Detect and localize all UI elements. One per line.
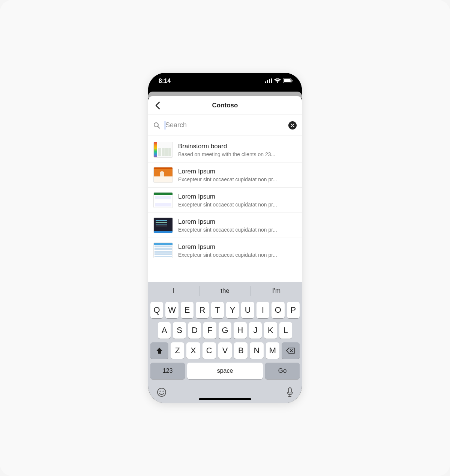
backspace-icon bbox=[286, 347, 295, 354]
suggestion-bar: I the I'm bbox=[148, 282, 302, 300]
key-v[interactable]: V bbox=[218, 342, 232, 359]
svg-rect-3 bbox=[271, 78, 272, 83]
signal-icon bbox=[265, 78, 272, 84]
key-u[interactable]: U bbox=[241, 302, 254, 318]
numeric-key[interactable]: 123 bbox=[150, 363, 185, 379]
list-item-subtitle: Excepteur sint occaecat cupidatat non pr… bbox=[178, 176, 297, 182]
key-q[interactable]: Q bbox=[150, 302, 163, 318]
svg-point-11 bbox=[162, 390, 164, 392]
key-f[interactable]: F bbox=[203, 322, 216, 339]
svg-line-8 bbox=[158, 127, 160, 128]
svg-rect-5 bbox=[284, 79, 291, 82]
svg-rect-0 bbox=[265, 81, 266, 83]
thumbnail bbox=[153, 142, 173, 158]
key-r[interactable]: R bbox=[196, 302, 208, 318]
svg-rect-6 bbox=[292, 80, 292, 81]
key-e[interactable]: E bbox=[181, 302, 194, 318]
app-body: Contoso Brainstorm board Based on me bbox=[148, 96, 302, 282]
key-l[interactable]: L bbox=[279, 322, 292, 339]
key-m[interactable]: M bbox=[266, 342, 279, 359]
backspace-key[interactable] bbox=[282, 342, 300, 359]
status-time: 8:14 bbox=[159, 78, 171, 84]
emoji-button[interactable] bbox=[156, 387, 167, 399]
list-item[interactable]: Brainstorm board Based on meeting with t… bbox=[148, 136, 302, 163]
list-item[interactable]: Lorem Ipsum Excepteur sint occaecat cupi… bbox=[148, 238, 302, 263]
key-k[interactable]: K bbox=[264, 322, 277, 339]
phone-frame: 8:14 Contoso bbox=[148, 73, 302, 403]
list-item-text: Brainstorm board Based on meeting with t… bbox=[178, 143, 297, 157]
microphone-icon bbox=[286, 387, 294, 398]
thumbnail bbox=[153, 192, 173, 208]
list-item-title: Lorem Ipsum bbox=[178, 193, 297, 200]
key-o[interactable]: O bbox=[272, 302, 284, 318]
key-y[interactable]: Y bbox=[226, 302, 239, 318]
suggestion-1[interactable]: I bbox=[148, 287, 199, 295]
thumbnail bbox=[153, 243, 173, 258]
shift-icon bbox=[156, 347, 163, 354]
home-indicator bbox=[199, 398, 251, 400]
list-item-subtitle: Excepteur sint occaecat cupidatat non pr… bbox=[178, 202, 297, 208]
key-g[interactable]: G bbox=[219, 322, 231, 339]
key-w[interactable]: W bbox=[165, 302, 178, 318]
wifi-icon bbox=[274, 78, 281, 84]
key-row-1: QWERTYUIOP bbox=[150, 302, 300, 318]
emoji-icon bbox=[156, 387, 167, 398]
key-n[interactable]: N bbox=[250, 342, 263, 359]
go-key[interactable]: Go bbox=[265, 363, 300, 379]
list-item[interactable]: Lorem Ipsum Excepteur sint occaecat cupi… bbox=[148, 213, 302, 238]
list-item-title: Lorem Ipsum bbox=[178, 218, 297, 226]
suggestion-3[interactable]: I'm bbox=[251, 287, 302, 295]
list-item[interactable]: Lorem Ipsum Excepteur sint occaecat cupi… bbox=[148, 188, 302, 213]
suggestion-2[interactable]: the bbox=[200, 287, 250, 295]
list-item-subtitle: Based on meeting with the clients on 23.… bbox=[178, 151, 297, 157]
list-item-text: Lorem Ipsum Excepteur sint occaecat cupi… bbox=[178, 193, 297, 208]
svg-point-10 bbox=[159, 390, 160, 392]
search-icon bbox=[153, 122, 160, 129]
svg-point-9 bbox=[158, 388, 166, 396]
search-bar bbox=[148, 115, 302, 136]
list-item-text: Lorem Ipsum Excepteur sint occaecat cupi… bbox=[178, 168, 297, 182]
list-item[interactable]: Lorem Ipsum Excepteur sint occaecat cupi… bbox=[148, 163, 302, 188]
status-icons bbox=[265, 78, 293, 84]
keyboard: I the I'm QWERTYUIOP ASDFGHJKL ZXCVBNM bbox=[148, 282, 302, 403]
page-title: Contoso bbox=[148, 102, 302, 109]
status-bar: 8:14 bbox=[148, 73, 302, 89]
key-d[interactable]: D bbox=[188, 322, 201, 339]
list-item-subtitle: Excepteur sint occaecat cupidatat non pr… bbox=[178, 227, 297, 233]
nav-bar: Contoso bbox=[148, 96, 302, 115]
svg-rect-1 bbox=[267, 80, 268, 83]
key-row-3: ZXCVBNM bbox=[150, 342, 300, 359]
search-field-wrap[interactable] bbox=[165, 121, 284, 130]
key-h[interactable]: H bbox=[234, 322, 246, 339]
key-a[interactable]: A bbox=[158, 322, 171, 339]
thumbnail bbox=[153, 167, 173, 183]
space-key[interactable]: space bbox=[187, 363, 263, 379]
clear-search-button[interactable] bbox=[288, 121, 297, 130]
key-c[interactable]: C bbox=[202, 342, 216, 359]
thumbnail bbox=[153, 217, 173, 233]
list-item-text: Lorem Ipsum Excepteur sint occaecat cupi… bbox=[178, 243, 297, 258]
key-i[interactable]: I bbox=[256, 302, 269, 318]
back-button[interactable] bbox=[148, 96, 167, 115]
key-t[interactable]: T bbox=[211, 302, 224, 318]
close-icon bbox=[291, 124, 294, 127]
chevron-left-icon bbox=[155, 101, 160, 110]
key-row-2: ASDFGHJKL bbox=[150, 322, 300, 339]
list-item-text: Lorem Ipsum Excepteur sint occaecat cupi… bbox=[178, 218, 297, 233]
key-p[interactable]: P bbox=[287, 302, 300, 318]
key-x[interactable]: X bbox=[186, 342, 200, 359]
key-z[interactable]: Z bbox=[171, 342, 184, 359]
search-input[interactable] bbox=[165, 121, 284, 129]
battery-icon bbox=[283, 78, 293, 84]
dictation-button[interactable] bbox=[286, 387, 294, 399]
key-j[interactable]: J bbox=[249, 322, 262, 339]
results-list: Brainstorm board Based on meeting with t… bbox=[148, 136, 302, 282]
shift-key[interactable] bbox=[150, 342, 168, 359]
key-s[interactable]: S bbox=[173, 322, 186, 339]
list-item-subtitle: Excepteur sint occaecat cupidatat non pr… bbox=[178, 252, 297, 258]
key-b[interactable]: B bbox=[234, 342, 248, 359]
list-item-title: Lorem Ipsum bbox=[178, 243, 297, 251]
svg-rect-2 bbox=[269, 79, 270, 83]
list-item-title: Lorem Ipsum bbox=[178, 168, 297, 175]
svg-rect-12 bbox=[288, 388, 291, 393]
